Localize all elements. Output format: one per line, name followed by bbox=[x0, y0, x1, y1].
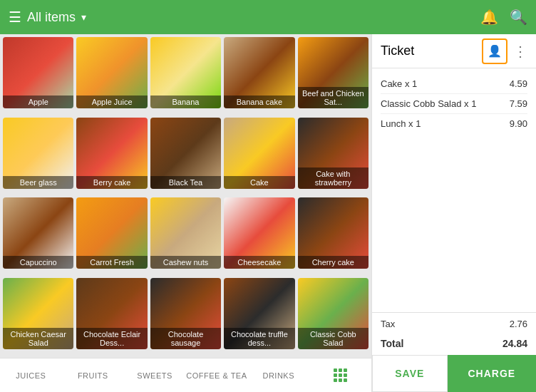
ticket-title: Ticket bbox=[381, 43, 482, 58]
tax-value: 2.76 bbox=[510, 319, 527, 329]
grid-item-label: Banana bbox=[150, 96, 221, 108]
grid-item-label: Cake with strawberry bbox=[298, 167, 368, 189]
ticket-item-price: 9.90 bbox=[510, 118, 527, 129]
app-header: ☰ All items ▾ 🔔 🔍 bbox=[0, 0, 536, 34]
grid-item-carrot-fresh[interactable]: Carrot Fresh bbox=[76, 197, 147, 269]
ticket-tax-row: Tax 2.76 bbox=[372, 312, 536, 335]
save-button[interactable]: SAVE bbox=[372, 355, 448, 392]
grid-item-label: Classic Cobb Salad bbox=[298, 328, 368, 349]
grid-item-label: Chocolate Eclair Dess... bbox=[76, 328, 147, 349]
total-value: 24.84 bbox=[502, 338, 527, 349]
grid-item-label: Cake bbox=[224, 176, 294, 189]
tab-sweets[interactable]: SWEETS bbox=[124, 359, 186, 392]
grid-item-choc-eclair[interactable]: Chocolate Eclair Dess... bbox=[76, 278, 147, 349]
grid-item-berry-cake[interactable]: Berry cake bbox=[76, 118, 147, 189]
grid-item-capuccino[interactable]: Capuccino bbox=[3, 197, 73, 269]
add-person-icon: 👤 bbox=[488, 44, 502, 58]
total-label: Total bbox=[381, 338, 403, 349]
grid-item-label: Beef and Chicken Sat... bbox=[298, 87, 368, 108]
grid-item-label: Cherry cake bbox=[298, 256, 368, 269]
grid-item-label: Cashew nuts bbox=[150, 256, 221, 269]
grid-item-label: Apple Juice bbox=[76, 96, 147, 108]
search-icon[interactable]: 🔍 bbox=[510, 9, 527, 26]
header-right: 🔔 🔍 bbox=[480, 9, 527, 26]
ticket-item-label: Cake x 1 bbox=[381, 78, 417, 89]
grid-item-apple-juice[interactable]: Apple Juice bbox=[76, 37, 147, 108]
charge-button[interactable]: CHARGE bbox=[448, 355, 536, 392]
tax-label: Tax bbox=[381, 319, 395, 329]
grid-item-label: Beer glass bbox=[3, 176, 73, 189]
more-options-icon[interactable]: ⋮ bbox=[513, 43, 527, 60]
add-person-button[interactable]: 👤 bbox=[482, 38, 507, 64]
header-left: ☰ All items ▾ bbox=[9, 9, 480, 26]
tab-coffee-tea[interactable]: COFFEE & TEA bbox=[185, 359, 247, 392]
ticket-panel: Ticket 👤 ⋮ Cake x 14.59Classic Cobb Sala… bbox=[372, 34, 536, 392]
grid-item-label: Banana cake bbox=[224, 96, 294, 108]
grid-item-cashew-nuts[interactable]: Cashew nuts bbox=[150, 197, 221, 269]
grid-item-banana[interactable]: Banana bbox=[150, 37, 221, 108]
ticket-item-label: Classic Cobb Salad x 1 bbox=[381, 98, 476, 109]
ticket-items: Cake x 14.59Classic Cobb Salad x 17.59Lu… bbox=[372, 68, 536, 312]
grid-item-label: Chocolate sausage bbox=[150, 328, 221, 349]
grid-item-choc-sausage[interactable]: Chocolate sausage bbox=[150, 278, 221, 349]
grid-item-label: Chocolate truffle dess... bbox=[224, 328, 294, 349]
ticket-total-row: Total 24.84 bbox=[372, 335, 536, 355]
grid-item-label: Carrot Fresh bbox=[76, 256, 147, 269]
ticket-item-price: 7.59 bbox=[510, 98, 527, 109]
tab-fruits[interactable]: FRUITS bbox=[62, 359, 124, 392]
grid-item-cherry-cake[interactable]: Cherry cake bbox=[298, 197, 368, 269]
grid-item-label: Berry cake bbox=[76, 176, 147, 189]
grid-item-cheesecake[interactable]: Cheesecake bbox=[224, 197, 294, 269]
grid-item-apple[interactable]: Apple bbox=[3, 37, 73, 108]
ticket-header: Ticket 👤 ⋮ bbox=[372, 34, 536, 68]
ticket-item-price: 4.59 bbox=[510, 78, 527, 89]
grid-item-banana-cake[interactable]: Banana cake bbox=[224, 37, 294, 108]
tab-juices[interactable]: JUICES bbox=[0, 359, 62, 392]
grid-view-icon bbox=[334, 368, 347, 382]
grid-item-label: Cheesecake bbox=[224, 256, 294, 269]
grid-item-classic-salad[interactable]: Classic Cobb Salad bbox=[298, 278, 368, 349]
ticket-item: Cake x 14.59 bbox=[381, 74, 527, 94]
ticket-item-label: Lunch x 1 bbox=[381, 118, 421, 129]
tab-grid-view[interactable] bbox=[309, 359, 371, 392]
grid-item-black-tea[interactable]: Black Tea bbox=[150, 118, 221, 189]
ticket-item: Lunch x 19.90 bbox=[381, 114, 527, 133]
ticket-item: Classic Cobb Salad x 17.59 bbox=[381, 94, 527, 114]
grid-item-beer-glass[interactable]: Beer glass bbox=[3, 118, 73, 189]
grid-item-chicken-caesar[interactable]: Chicken Caesar Salad bbox=[3, 278, 73, 349]
main-content: AppleApple JuiceBananaBanana cakeBeef an… bbox=[0, 34, 536, 392]
ticket-actions: SAVE CHARGE bbox=[372, 355, 536, 392]
grid-item-label: Chicken Caesar Salad bbox=[3, 328, 73, 349]
grid-item-choc-truffle[interactable]: Chocolate truffle dess... bbox=[224, 278, 294, 349]
tab-drinks[interactable]: DRINKS bbox=[247, 359, 309, 392]
bell-icon[interactable]: 🔔 bbox=[480, 9, 498, 26]
dropdown-icon[interactable]: ▾ bbox=[81, 11, 86, 23]
bottom-tabs: JUICESFRUITSSWEETSCOFFEE & TEADRINKS bbox=[0, 358, 371, 392]
page-title: All items bbox=[27, 10, 76, 25]
left-panel: AppleApple JuiceBananaBanana cakeBeef an… bbox=[0, 34, 372, 392]
grid-item-label: Capuccino bbox=[3, 256, 73, 269]
grid-item-label: Black Tea bbox=[150, 176, 221, 189]
grid-item-label: Apple bbox=[3, 96, 73, 108]
grid-item-cake[interactable]: Cake bbox=[224, 118, 294, 189]
grid-item-cake-strawberry[interactable]: Cake with strawberry bbox=[298, 118, 368, 189]
items-grid: AppleApple JuiceBananaBanana cakeBeef an… bbox=[0, 34, 371, 358]
grid-item-beef-chicken[interactable]: Beef and Chicken Sat... bbox=[298, 37, 368, 108]
hamburger-icon[interactable]: ☰ bbox=[9, 9, 21, 26]
